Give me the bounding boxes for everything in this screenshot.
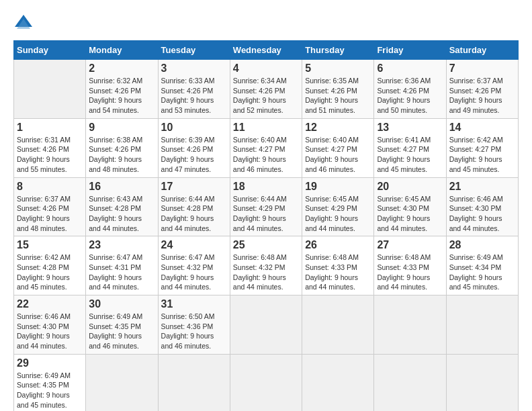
day-number: 18 (233, 181, 299, 193)
day-info: Sunrise: 6:48 AM Sunset: 4:32 PM Dayligh… (233, 253, 299, 292)
day-info: Sunrise: 6:32 AM Sunset: 4:26 PM Dayligh… (89, 76, 154, 116)
day-info: Sunrise: 6:50 AM Sunset: 4:36 PM Dayligh… (161, 312, 227, 351)
day-number: 22 (17, 298, 83, 310)
calendar-week-5: 29Sunrise: 6:49 AM Sunset: 4:35 PM Dayli… (14, 354, 519, 411)
day-info: Sunrise: 6:43 AM Sunset: 4:28 PM Dayligh… (89, 194, 154, 234)
day-info: Sunrise: 6:31 AM Sunset: 4:26 PM Dayligh… (17, 135, 83, 175)
day-number: 13 (377, 122, 443, 134)
calendar-table: SundayMondayTuesdayWednesdayThursdayFrid… (13, 40, 519, 411)
calendar-cell: 11Sunrise: 6:40 AM Sunset: 4:27 PM Dayli… (230, 118, 302, 177)
day-number: 24 (161, 239, 227, 251)
day-number: 17 (161, 181, 227, 193)
day-info: Sunrise: 6:42 AM Sunset: 4:27 PM Dayligh… (449, 135, 515, 175)
day-number: 26 (305, 239, 371, 251)
day-number: 16 (89, 181, 154, 193)
header-sunday: Sunday (14, 41, 86, 60)
calendar-cell (446, 295, 518, 355)
day-info: Sunrise: 6:47 AM Sunset: 4:31 PM Dayligh… (89, 253, 154, 292)
day-info: Sunrise: 6:45 AM Sunset: 4:30 PM Dayligh… (377, 194, 443, 234)
calendar-cell: 8Sunrise: 6:37 AM Sunset: 4:26 PM Daylig… (14, 177, 86, 236)
header-wednesday: Wednesday (230, 41, 302, 60)
day-number: 31 (161, 298, 227, 310)
day-number: 5 (305, 62, 371, 75)
day-info: Sunrise: 6:49 AM Sunset: 4:35 PM Dayligh… (89, 312, 154, 351)
day-number: 12 (305, 122, 371, 134)
calendar-cell (230, 354, 302, 411)
calendar-cell: 20Sunrise: 6:45 AM Sunset: 4:30 PM Dayli… (374, 177, 446, 236)
calendar-cell (86, 354, 158, 411)
day-info: Sunrise: 6:35 AM Sunset: 4:26 PM Dayligh… (305, 76, 371, 116)
day-info: Sunrise: 6:45 AM Sunset: 4:29 PM Dayligh… (305, 194, 371, 234)
calendar-cell: 1Sunrise: 6:31 AM Sunset: 4:26 PM Daylig… (14, 118, 86, 177)
day-info: Sunrise: 6:48 AM Sunset: 4:33 PM Dayligh… (305, 253, 371, 292)
day-number: 6 (377, 62, 443, 75)
calendar-cell: 25Sunrise: 6:48 AM Sunset: 4:32 PM Dayli… (230, 236, 302, 295)
logo (13, 13, 36, 34)
calendar-cell: 9Sunrise: 6:38 AM Sunset: 4:26 PM Daylig… (86, 118, 158, 177)
day-number: 21 (449, 181, 515, 193)
header-friday: Friday (374, 41, 446, 60)
calendar-cell (302, 295, 374, 355)
day-number: 14 (449, 122, 515, 134)
header (13, 13, 519, 34)
header-monday: Monday (86, 41, 158, 60)
day-info: Sunrise: 6:49 AM Sunset: 4:35 PM Dayligh… (17, 371, 83, 410)
day-info: Sunrise: 6:34 AM Sunset: 4:26 PM Dayligh… (233, 76, 299, 116)
header-saturday: Saturday (446, 41, 518, 60)
calendar-week-1: 1Sunrise: 6:31 AM Sunset: 4:26 PM Daylig… (14, 118, 519, 177)
calendar-cell: 15Sunrise: 6:42 AM Sunset: 4:28 PM Dayli… (14, 236, 86, 295)
calendar-cell: 24Sunrise: 6:47 AM Sunset: 4:32 PM Dayli… (158, 236, 230, 295)
calendar-cell: 31Sunrise: 6:50 AM Sunset: 4:36 PM Dayli… (158, 295, 230, 355)
calendar-cell: 30Sunrise: 6:49 AM Sunset: 4:35 PM Dayli… (86, 295, 158, 355)
calendar-cell (14, 60, 86, 119)
calendar-week-2: 8Sunrise: 6:37 AM Sunset: 4:26 PM Daylig… (14, 177, 519, 236)
day-number: 3 (161, 62, 227, 75)
calendar-cell (302, 354, 374, 411)
calendar-cell: 10Sunrise: 6:39 AM Sunset: 4:26 PM Dayli… (158, 118, 230, 177)
day-number: 1 (17, 122, 83, 134)
day-number: 11 (233, 122, 299, 134)
day-info: Sunrise: 6:44 AM Sunset: 4:29 PM Dayligh… (233, 194, 299, 234)
calendar-cell: 21Sunrise: 6:46 AM Sunset: 4:30 PM Dayli… (446, 177, 518, 236)
calendar-cell: 5Sunrise: 6:35 AM Sunset: 4:26 PM Daylig… (302, 60, 374, 119)
calendar-cell: 6Sunrise: 6:36 AM Sunset: 4:26 PM Daylig… (374, 60, 446, 119)
day-info: Sunrise: 6:47 AM Sunset: 4:32 PM Dayligh… (161, 253, 227, 292)
day-info: Sunrise: 6:37 AM Sunset: 4:26 PM Dayligh… (449, 76, 515, 116)
calendar-cell: 23Sunrise: 6:47 AM Sunset: 4:31 PM Dayli… (86, 236, 158, 295)
calendar-cell (374, 295, 446, 355)
calendar-week-4: 22Sunrise: 6:46 AM Sunset: 4:30 PM Dayli… (14, 295, 519, 355)
calendar-header-row: SundayMondayTuesdayWednesdayThursdayFrid… (14, 41, 519, 60)
day-info: Sunrise: 6:46 AM Sunset: 4:30 PM Dayligh… (449, 194, 515, 234)
calendar-cell: 27Sunrise: 6:48 AM Sunset: 4:33 PM Dayli… (374, 236, 446, 295)
day-info: Sunrise: 6:44 AM Sunset: 4:28 PM Dayligh… (161, 194, 227, 234)
day-number: 27 (377, 239, 443, 251)
day-info: Sunrise: 6:49 AM Sunset: 4:34 PM Dayligh… (449, 253, 515, 292)
calendar-cell: 17Sunrise: 6:44 AM Sunset: 4:28 PM Dayli… (158, 177, 230, 236)
calendar-week-0: 2Sunrise: 6:32 AM Sunset: 4:26 PM Daylig… (14, 60, 519, 119)
day-number: 19 (305, 181, 371, 193)
day-info: Sunrise: 6:38 AM Sunset: 4:26 PM Dayligh… (89, 135, 154, 175)
calendar-cell: 29Sunrise: 6:49 AM Sunset: 4:35 PM Dayli… (14, 354, 86, 411)
calendar-cell: 16Sunrise: 6:43 AM Sunset: 4:28 PM Dayli… (86, 177, 158, 236)
calendar-cell (374, 354, 446, 411)
calendar-cell: 22Sunrise: 6:46 AM Sunset: 4:30 PM Dayli… (14, 295, 86, 355)
day-info: Sunrise: 6:40 AM Sunset: 4:27 PM Dayligh… (305, 135, 371, 175)
header-tuesday: Tuesday (158, 41, 230, 60)
calendar-cell: 3Sunrise: 6:33 AM Sunset: 4:26 PM Daylig… (158, 60, 230, 119)
day-info: Sunrise: 6:41 AM Sunset: 4:27 PM Dayligh… (377, 135, 443, 175)
calendar-week-3: 15Sunrise: 6:42 AM Sunset: 4:28 PM Dayli… (14, 236, 519, 295)
day-info: Sunrise: 6:37 AM Sunset: 4:26 PM Dayligh… (17, 194, 83, 234)
day-info: Sunrise: 6:36 AM Sunset: 4:26 PM Dayligh… (377, 76, 443, 116)
day-number: 2 (89, 62, 154, 75)
header-thursday: Thursday (302, 41, 374, 60)
day-info: Sunrise: 6:42 AM Sunset: 4:28 PM Dayligh… (17, 253, 83, 292)
day-number: 15 (17, 239, 83, 251)
calendar-cell: 2Sunrise: 6:32 AM Sunset: 4:26 PM Daylig… (86, 60, 158, 119)
day-number: 25 (233, 239, 299, 251)
calendar-cell: 4Sunrise: 6:34 AM Sunset: 4:26 PM Daylig… (230, 60, 302, 119)
day-number: 4 (233, 62, 299, 75)
day-number: 9 (89, 122, 154, 134)
calendar-cell: 26Sunrise: 6:48 AM Sunset: 4:33 PM Dayli… (302, 236, 374, 295)
calendar-cell (446, 354, 518, 411)
day-number: 10 (161, 122, 227, 134)
